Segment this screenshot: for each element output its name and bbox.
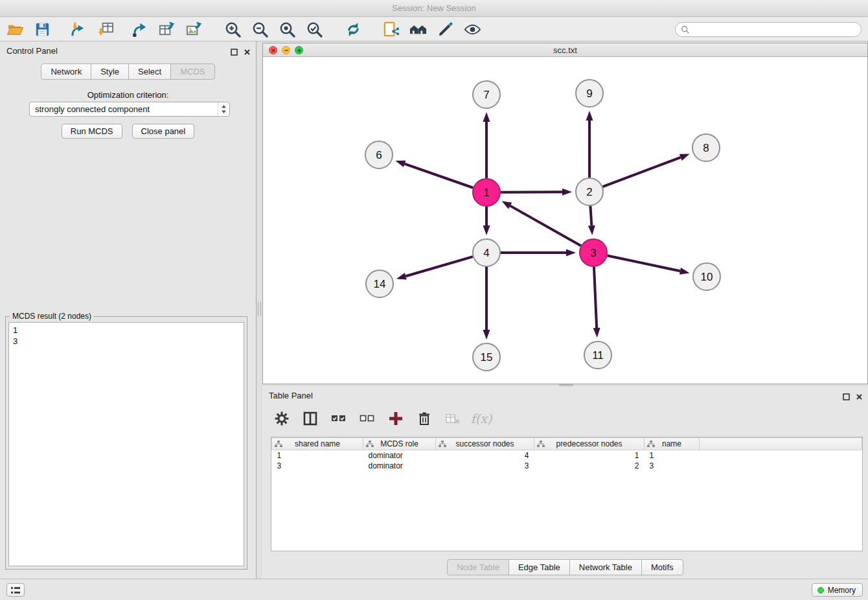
tab-select[interactable]: Select: [128, 63, 171, 80]
network-canvas[interactable]: 7968124314101511: [263, 57, 867, 384]
window-minimize-button[interactable]: [282, 46, 290, 54]
deselect-all-columns-button[interactable]: [358, 410, 376, 428]
window-zoom-button[interactable]: [295, 46, 303, 54]
tab-edge-table[interactable]: Edge Table: [508, 559, 570, 575]
table-float-button[interactable]: [843, 391, 850, 403]
function-builder-button[interactable]: f(x): [472, 410, 490, 428]
style-paint-button[interactable]: [435, 19, 455, 39]
cell-successor-nodes[interactable]: 4: [436, 450, 534, 461]
graph-edge-1-6[interactable]: [395, 161, 473, 188]
cell-shared-name[interactable]: 3: [272, 461, 363, 471]
graph-node-8[interactable]: 8: [692, 134, 720, 161]
graph-node-2[interactable]: 2: [576, 178, 603, 205]
search-input[interactable]: [693, 25, 856, 34]
refresh-button[interactable]: [343, 19, 363, 39]
cell-name[interactable]: 3: [645, 461, 700, 471]
zoom-selected-button[interactable]: [304, 19, 324, 39]
close-panel-button[interactable]: [244, 47, 251, 58]
import-network-button[interactable]: [69, 19, 88, 39]
graph-edge-3-11[interactable]: [593, 267, 600, 338]
zoom-fit-icon: [279, 21, 296, 38]
show-graphics-details-button[interactable]: [463, 19, 482, 39]
delete-row-button[interactable]: [415, 410, 433, 428]
criterion-dropdown[interactable]: strongly connected component: [29, 102, 230, 117]
graph-edge-1-7[interactable]: [483, 112, 490, 178]
column-edit-icon[interactable]: [537, 441, 545, 450]
column-header-mcds-role[interactable]: MCDS role: [363, 438, 436, 450]
cell-mcds-role[interactable]: dominator: [363, 450, 436, 461]
graph-edge-2-8[interactable]: [603, 154, 690, 187]
home-network-button[interactable]: [408, 19, 428, 39]
graph-edge-4-3[interactable]: [501, 249, 576, 257]
tab-network[interactable]: Network: [41, 63, 91, 80]
column-edit-icon[interactable]: [439, 441, 446, 450]
graph-edge-4-14[interactable]: [396, 257, 473, 279]
column-edit-icon[interactable]: [366, 441, 374, 450]
window-close-button[interactable]: [269, 46, 277, 54]
column-header-name[interactable]: name: [645, 438, 700, 450]
save-session-button[interactable]: [32, 19, 52, 39]
graph-edge-1-2[interactable]: [501, 189, 572, 196]
graph-node-7[interactable]: 7: [473, 81, 500, 108]
graph-node-4[interactable]: 4: [473, 239, 500, 266]
graph-node-10[interactable]: 10: [693, 263, 720, 290]
column-header-shared-name[interactable]: shared name: [272, 438, 363, 450]
graph-node-11[interactable]: 11: [584, 341, 611, 369]
mcds-result-list[interactable]: 1 3: [8, 322, 244, 566]
vertical-splitter[interactable]: [257, 41, 262, 579]
graph-node-9[interactable]: 9: [576, 80, 603, 107]
export-table-button[interactable]: [157, 19, 176, 39]
task-history-button[interactable]: [6, 583, 25, 597]
import-table-icon: [97, 21, 115, 38]
tab-node-table[interactable]: Node Table: [447, 559, 509, 575]
zoom-fit-button[interactable]: [277, 19, 297, 39]
column-header-predecessor-nodes[interactable]: predecessor nodes: [534, 438, 645, 450]
cell-shared-name[interactable]: 1: [272, 450, 363, 461]
graph-edge-2-9[interactable]: [586, 111, 593, 178]
table-close-button[interactable]: [856, 391, 863, 403]
show-columns-button[interactable]: [301, 410, 319, 428]
zoom-in-button[interactable]: [223, 19, 242, 39]
export-table-icon: [158, 21, 176, 38]
column-edit-icon[interactable]: [647, 441, 655, 450]
memory-button[interactable]: Memory: [812, 583, 863, 597]
tab-style[interactable]: Style: [91, 63, 129, 80]
open-file-button[interactable]: [5, 19, 25, 39]
export-image-button[interactable]: [184, 19, 203, 39]
add-row-button[interactable]: [387, 410, 405, 428]
delete-column-button[interactable]: [444, 410, 462, 428]
column-header-successor-nodes[interactable]: successor nodes: [436, 438, 534, 450]
cell-predecessor-nodes[interactable]: 2: [534, 461, 645, 471]
graph-edge-1-4[interactable]: [483, 207, 490, 235]
export-network-button[interactable]: [130, 19, 149, 39]
tab-mcds[interactable]: MCDS: [170, 63, 214, 80]
graph-node-14[interactable]: 14: [366, 270, 393, 297]
cell-name[interactable]: 1: [645, 450, 700, 461]
graph-edge-3-10[interactable]: [608, 256, 690, 275]
tab-network-table[interactable]: Network Table: [569, 559, 642, 575]
cell-predecessor-nodes[interactable]: 1: [534, 450, 645, 461]
column-edit-icon[interactable]: [275, 441, 282, 450]
graph-edge-2-3[interactable]: [588, 206, 595, 235]
report-button[interactable]: [381, 19, 400, 39]
import-table-button[interactable]: [96, 19, 115, 39]
network-window-titlebar[interactable]: scc.txt: [263, 43, 867, 57]
float-panel-button[interactable]: [231, 47, 238, 58]
graph-node-1-selected[interactable]: 1: [473, 179, 500, 206]
search-field[interactable]: [675, 22, 862, 37]
graph-edge-4-15[interactable]: [483, 267, 490, 340]
graph-node-3-selected[interactable]: 3: [580, 239, 607, 266]
graph-node-6[interactable]: 6: [365, 141, 393, 168]
cell-mcds-role[interactable]: dominator: [363, 461, 436, 471]
graph-edge-3-1[interactable]: [502, 201, 581, 246]
graph-node-15[interactable]: 15: [473, 343, 500, 371]
run-mcds-button[interactable]: Run MCDS: [62, 124, 122, 139]
table-settings-button[interactable]: [273, 410, 291, 428]
edge-arrowhead: [483, 330, 490, 340]
select-all-columns-button[interactable]: [330, 410, 348, 428]
cell-successor-nodes[interactable]: 3: [436, 461, 534, 471]
vertical-splitter-handle[interactable]: [258, 302, 261, 316]
close-panel-action-button[interactable]: Close panel: [132, 124, 195, 139]
tab-motifs[interactable]: Motifs: [641, 559, 683, 575]
zoom-out-button[interactable]: [250, 19, 269, 39]
